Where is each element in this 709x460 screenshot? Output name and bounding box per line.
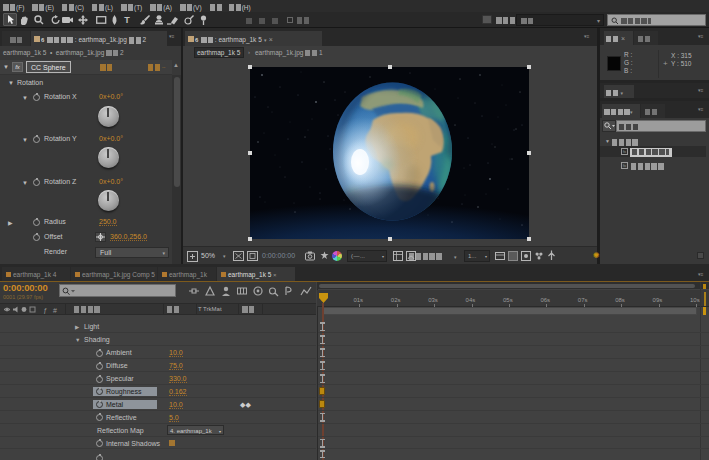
svg-text:ƒ: ƒ — [43, 307, 47, 315]
svg-text:#: # — [53, 307, 57, 314]
